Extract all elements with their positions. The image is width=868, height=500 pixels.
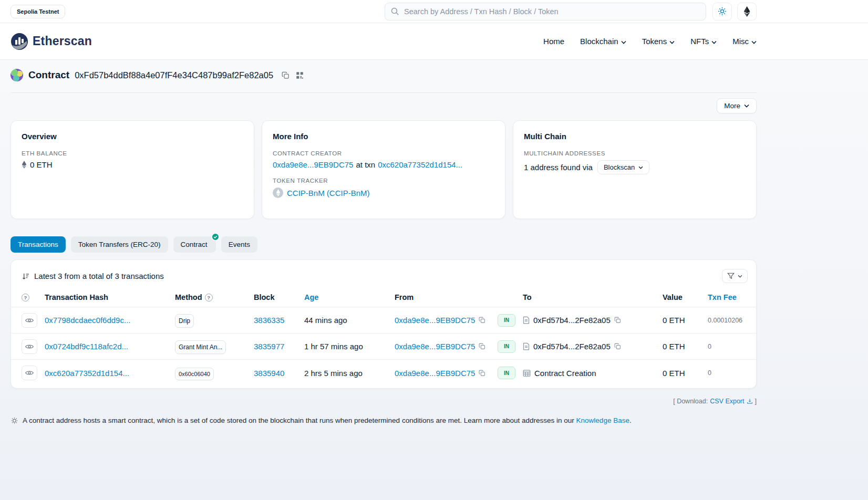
csv-export-link[interactable]: CSV Export [710, 398, 752, 405]
txn-fee-cell: 0.00010206 [708, 317, 746, 324]
network-selector-button[interactable]: Sepolia Testnet [11, 5, 65, 18]
nav-item-nfts[interactable]: NFTs [690, 37, 717, 46]
tab-events[interactable]: Events [221, 236, 257, 253]
page-title: Contract [28, 69, 69, 81]
nav-item-tokens[interactable]: Tokens [642, 37, 675, 46]
txn-fee-cell: 0 [708, 343, 746, 350]
filter-button[interactable] [722, 269, 748, 283]
txn-hash-link[interactable]: 0x7798dcdaec0f6dd9c... [45, 316, 139, 325]
site-header: Etherscan Home Blockchain Tokens NFTs Mi… [0, 23, 868, 60]
search-icon [390, 7, 399, 17]
value-cell: 0 ETH [663, 342, 708, 351]
method-badge: Drip [175, 314, 194, 328]
copy-icon[interactable] [479, 343, 485, 350]
contract-creator-label: CONTRACT CREATOR [273, 150, 494, 157]
nav-item-misc[interactable]: Misc [732, 37, 757, 46]
address-identicon [11, 69, 23, 81]
from-address-link[interactable]: 0xda9e8e...9EB9DC75 [395, 316, 475, 325]
from-address-link[interactable]: 0xda9e8e...9EB9DC75 [395, 369, 475, 378]
method-badge: Grant Mint An... [175, 340, 226, 354]
help-icon: ? [205, 294, 213, 301]
search-input[interactable] [385, 3, 706, 20]
creation-txn-link[interactable]: 0xc620a77352d1d154... [378, 160, 462, 169]
copy-icon[interactable] [614, 343, 621, 350]
chevron-down-icon [669, 37, 675, 46]
to-address: 0xFd57b4...2Fe82a05 [533, 316, 611, 325]
more-info-card: More Info CONTRACT CREATOR 0xda9e8e...9E… [262, 120, 505, 219]
more-dropdown-button[interactable]: More [717, 98, 757, 113]
more-info-card-title: More Info [273, 132, 494, 141]
copy-icon[interactable] [479, 317, 485, 324]
brand-name: Etherscan [33, 34, 92, 48]
block-link[interactable]: 3835977 [254, 342, 284, 351]
to-address: 0xFd57b4...2Fe82a05 [533, 342, 611, 351]
col-value: Value [663, 293, 708, 301]
eye-preview-button[interactable] [22, 366, 37, 380]
lightbulb-icon [11, 417, 18, 426]
network-eth-button[interactable] [737, 3, 757, 20]
block-link[interactable]: 3835940 [254, 369, 284, 378]
note-body: A contract address hosts a smart contrac… [23, 416, 574, 424]
tab-contract-label: Contract [181, 241, 208, 248]
from-address-link[interactable]: 0xda9e8e...9EB9DC75 [395, 342, 475, 351]
eye-preview-button[interactable] [22, 339, 37, 354]
top-bar: Sepolia Testnet [0, 0, 868, 23]
nav-item-blockchain[interactable]: Blockchain [580, 37, 626, 46]
chevron-down-icon [638, 166, 643, 169]
etherscan-logo[interactable]: Etherscan [11, 33, 92, 50]
direction-in-badge: IN [498, 314, 515, 327]
contract-file-icon [523, 342, 530, 350]
download-icon [747, 398, 753, 404]
eth-balance-label: ETH BALANCE [22, 150, 243, 157]
txn-fee-cell: 0 [708, 369, 746, 377]
block-link[interactable]: 3836335 [254, 316, 284, 325]
qr-code-icon [296, 71, 304, 79]
note-suffix: . [629, 416, 632, 424]
more-label: More [724, 102, 740, 110]
to-address: Contract Creation [534, 369, 596, 378]
multichain-found-text: 1 address found via [524, 163, 593, 172]
tab-transactions[interactable]: Transactions [11, 236, 66, 253]
copy-icon[interactable] [614, 317, 621, 324]
contract-file-icon [523, 316, 530, 324]
copy-icon [282, 71, 290, 79]
eye-preview-button[interactable] [22, 313, 37, 328]
multichain-portfolio-selector[interactable]: Blockscan [597, 160, 649, 174]
value-cell: 0 ETH [663, 316, 708, 325]
col-txn-fee[interactable]: Txn Fee [708, 293, 746, 301]
transactions-summary-text: Latest 3 from a total of 3 transactions [34, 272, 164, 280]
multichain-card: Multi Chain MULTICHAIN ADDRESSES 1 addre… [513, 120, 757, 219]
nav-label: NFTs [690, 37, 709, 46]
main-nav: Home Blockchain Tokens NFTs Misc [543, 37, 757, 46]
col-age[interactable]: Age [304, 293, 395, 301]
value-cell: 0 ETH [663, 369, 708, 378]
selector-label: Blockscan [604, 163, 635, 171]
col-method: Method ? [175, 293, 254, 301]
qr-code-button[interactable] [296, 71, 304, 79]
contract-creator-link[interactable]: 0xda9e8e...9EB9DC75 [273, 160, 353, 169]
col-method-label: Method [175, 293, 202, 301]
copy-icon[interactable] [479, 370, 485, 377]
ethereum-icon [743, 6, 751, 17]
copy-address-button[interactable] [282, 71, 290, 79]
knowledge-base-link[interactable]: Knowledge Base [576, 416, 629, 424]
chevron-down-icon [751, 37, 757, 46]
sun-icon [718, 7, 727, 16]
age-cell: 44 mins ago [304, 316, 395, 325]
age-cell: 2 hrs 5 mins ago [304, 369, 395, 378]
nav-label: Blockchain [580, 37, 618, 46]
nav-label: Home [543, 37, 564, 46]
tab-contract[interactable]: Contract [173, 236, 216, 253]
nav-item-home[interactable]: Home [543, 37, 564, 46]
tab-token-transfers[interactable]: Token Transfers (ERC-20) [71, 236, 168, 253]
txn-hash-link[interactable]: 0xc620a77352d1d154... [45, 369, 139, 378]
help-icon: ? [22, 294, 29, 301]
chevron-down-icon [621, 37, 626, 46]
col-transaction-hash: Transaction Hash [45, 293, 175, 301]
table-header-row: ? Transaction Hash Method ? Block Age Fr… [11, 290, 756, 307]
title-divider [11, 92, 757, 93]
token-tracker-link[interactable]: CCIP-BnM (CCIP-BnM) [287, 189, 370, 197]
direction-in-badge: IN [498, 367, 515, 379]
theme-toggle-button[interactable] [712, 3, 732, 20]
txn-hash-link[interactable]: 0x0724bdf9c118afc2d... [45, 342, 139, 351]
